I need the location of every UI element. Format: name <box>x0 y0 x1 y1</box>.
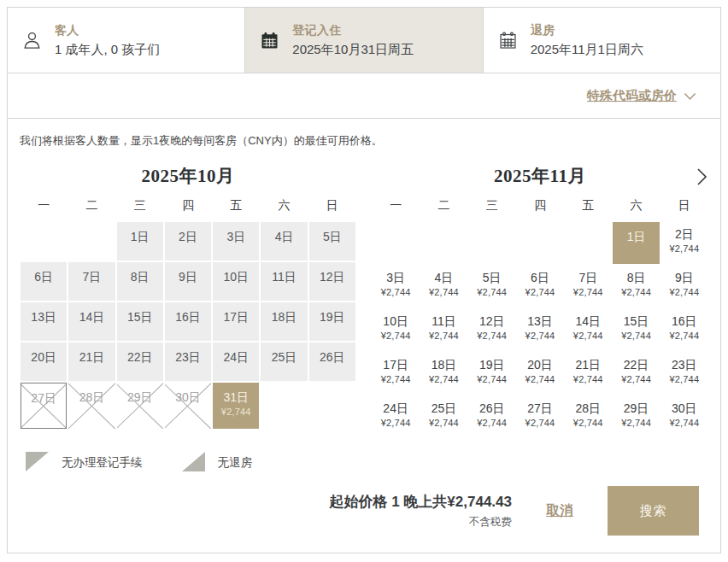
checkin-selector[interactable]: 登记入住 2025年10月31日周五 <box>244 8 482 73</box>
no-checkout-triangle-icon <box>182 452 205 474</box>
day-number: 17日 <box>373 358 419 372</box>
day-price: ¥2,744 <box>517 331 563 341</box>
checkout-label: 退房 <box>531 23 643 38</box>
calendar-day-cell[interactable]: 18日¥2,744 <box>420 353 467 395</box>
calendar-day-cell[interactable]: 24日¥2,744 <box>373 396 419 438</box>
checkout-selector[interactable]: 退房 2025年11月1日周六 <box>483 8 720 73</box>
calendar-day-cell: 25日 <box>261 342 307 381</box>
special-code-link[interactable]: 特殊代码或房价 <box>582 87 702 105</box>
next-month-button[interactable] <box>695 166 709 188</box>
calendar-day-cell[interactable]: 19日¥2,744 <box>469 353 515 395</box>
calendar-day-cell: 15日 <box>117 302 163 341</box>
calendar-day-cell[interactable]: 26日¥2,744 <box>469 396 515 438</box>
cancel-button[interactable]: 取消 <box>541 501 578 521</box>
weekday-label: 六 <box>613 198 659 214</box>
calendar-day-cell: 8日 <box>117 262 163 301</box>
calendar-day-cell[interactable]: 4日¥2,744 <box>420 266 467 307</box>
day-price: ¥2,744 <box>469 331 515 341</box>
search-button[interactable]: 搜索 <box>608 486 699 536</box>
calendar-day-cell[interactable]: 17日¥2,744 <box>373 353 419 395</box>
day-price: ¥2,744 <box>373 287 419 297</box>
calendar-empty-cell <box>469 222 515 264</box>
day-number: 15日 <box>613 314 659 328</box>
day-price: ¥2,744 <box>420 418 467 428</box>
day-number: 11日 <box>261 270 307 284</box>
day-number: 11日 <box>420 314 467 328</box>
day-number: 29日 <box>117 390 163 404</box>
calendar-day-cell[interactable]: 8日¥2,744 <box>613 266 659 307</box>
calendar-day-cell: 19日 <box>309 302 355 341</box>
calendar-day-cell[interactable]: 2日¥2,744 <box>661 222 707 264</box>
calendar-day-cell[interactable]: 27日¥2,744 <box>517 396 563 438</box>
day-number: 15日 <box>117 310 163 324</box>
day-price: ¥2,744 <box>213 407 259 417</box>
calendar-day-cell[interactable]: 16日¥2,744 <box>661 309 707 351</box>
calendar-day-cell[interactable]: 14日¥2,744 <box>565 309 611 351</box>
day-price: ¥2,744 <box>613 287 659 297</box>
calendar-day-cell[interactable]: 13日¥2,744 <box>517 309 563 351</box>
calendar-day-cell[interactable]: 28日¥2,744 <box>565 396 611 438</box>
calendar-day-cell[interactable]: 15日¥2,744 <box>613 309 659 351</box>
weekday-row: 一二三四五六日 <box>21 198 355 214</box>
day-number: 9日 <box>661 271 707 284</box>
calendar-day-cell[interactable]: 5日¥2,744 <box>469 266 515 307</box>
weekday-label: 四 <box>517 198 563 214</box>
weekday-label: 三 <box>469 198 515 214</box>
guests-selector[interactable]: 客人 1 成年人, 0 孩子们 <box>8 8 244 73</box>
weekday-row: 一二三四五六日 <box>373 198 707 214</box>
day-number: 24日 <box>213 350 259 364</box>
day-price: ¥2,744 <box>420 287 467 297</box>
legend-no-checkout: 无退房 <box>182 452 253 474</box>
calendar-day-cell[interactable]: 11日¥2,744 <box>420 309 467 351</box>
calendar-day-cell: 5日 <box>309 222 355 261</box>
calendar-day-cell[interactable]: 23日¥2,744 <box>661 353 707 395</box>
day-number: 3日 <box>213 230 259 243</box>
calendar-day-cell[interactable]: 20日¥2,744 <box>517 353 563 395</box>
day-number: 7日 <box>565 271 611 284</box>
calendar-day-cell[interactable]: 25日¥2,744 <box>420 396 467 438</box>
calendar-empty-cell <box>517 222 563 264</box>
day-number: 6日 <box>21 270 67 284</box>
calendar-day-cell[interactable]: 1日 <box>613 222 659 264</box>
day-number: 28日 <box>68 390 114 404</box>
calendar-day-cell[interactable]: 3日¥2,744 <box>373 266 419 307</box>
day-number: 21日 <box>565 358 611 372</box>
checkin-label: 登记入住 <box>292 23 414 38</box>
calendar-day-cell[interactable]: 7日¥2,744 <box>565 266 611 307</box>
calendar-day-cell: 27日 <box>21 383 67 429</box>
day-number: 25日 <box>420 401 467 415</box>
day-number: 28日 <box>565 401 611 415</box>
day-number: 19日 <box>469 358 515 372</box>
calendar-empty-cell <box>565 222 611 264</box>
day-price: ¥2,744 <box>469 287 515 297</box>
calendar-day-cell[interactable]: 30日¥2,744 <box>661 396 707 438</box>
calendar-grid: 1日2日¥2,7443日¥2,7444日¥2,7445日¥2,7446日¥2,7… <box>373 222 707 438</box>
day-price: ¥2,744 <box>469 418 515 428</box>
calendar-day-cell[interactable]: 21日¥2,744 <box>565 353 611 395</box>
day-price: ¥2,744 <box>420 331 467 341</box>
weekday-label: 日 <box>661 198 707 214</box>
day-number: 5日 <box>309 230 355 243</box>
calendar-day-cell[interactable]: 31日¥2,744 <box>213 383 259 429</box>
weekday-label: 六 <box>261 198 307 214</box>
day-number: 4日 <box>261 230 307 243</box>
calendar-day-cell[interactable]: 10日¥2,744 <box>373 309 419 351</box>
tax-note: 不含税费 <box>329 515 512 530</box>
calendar-day-cell: 13日 <box>21 302 67 341</box>
calendar-day-cell[interactable]: 6日¥2,744 <box>517 266 563 307</box>
day-number: 12日 <box>309 270 355 284</box>
calendar-day-cell[interactable]: 12日¥2,744 <box>469 309 515 351</box>
calendar-empty-cell <box>373 222 419 264</box>
day-number: 7日 <box>68 270 114 284</box>
calendar-day-cell: 12日 <box>309 262 355 301</box>
calendar-day-cell[interactable]: 9日¥2,744 <box>661 266 707 307</box>
calendar-day-cell: 2日 <box>165 222 211 261</box>
calendar-day-cell: 23日 <box>165 342 211 381</box>
calendar-day-cell: 1日 <box>117 222 163 261</box>
legend-label: 无办理登记手续 <box>62 455 143 471</box>
day-number: 13日 <box>21 310 67 324</box>
calendar-day-cell[interactable]: 29日¥2,744 <box>613 396 659 438</box>
calendar-day-cell: 7日 <box>68 262 114 301</box>
calendar-empty-cell <box>21 222 67 261</box>
calendar-day-cell[interactable]: 22日¥2,744 <box>613 353 659 395</box>
